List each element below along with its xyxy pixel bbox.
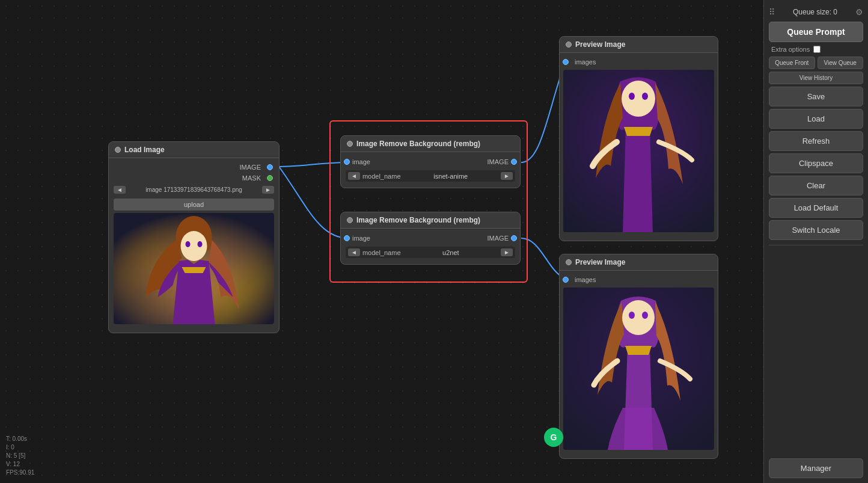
settings-icon[interactable]: ⚙ bbox=[855, 7, 863, 17]
preview-1-dot bbox=[566, 42, 572, 48]
rembg-1-image-output[interactable] bbox=[511, 159, 517, 165]
filename-text: image 17133971839643768473.png bbox=[128, 186, 260, 193]
preview-1-title: Preview Image bbox=[575, 40, 625, 49]
load-button[interactable]: Load bbox=[769, 109, 863, 129]
preview-1-header: Preview Image bbox=[560, 37, 718, 53]
preview-1-images-label: images bbox=[575, 58, 596, 66]
rembg-node-1: Image Remove Background (rembg) image IM… bbox=[340, 135, 521, 188]
status-bar: T: 0.00s I: 0 N: 5 [5] V: 12 FPS:90.91 bbox=[6, 435, 34, 477]
mask-output-label: MASK bbox=[242, 174, 261, 182]
load-default-button[interactable]: Load Default bbox=[769, 198, 863, 218]
svg-point-11 bbox=[629, 312, 635, 319]
canvas-area[interactable]: Load Image IMAGE MASK ◄ image 1713397183… bbox=[0, 0, 763, 483]
load-image-title: Load Image bbox=[124, 146, 165, 154]
rembg-2-model-row: ◄ model_name u2net ► bbox=[346, 247, 515, 258]
svg-point-10 bbox=[622, 300, 655, 335]
load-image-body: IMAGE MASK ◄ image 17133971839643768473.… bbox=[109, 158, 279, 333]
status-N: N: 5 [5] bbox=[6, 452, 34, 460]
grammarly-letter: G bbox=[551, 432, 557, 442]
upload-button[interactable]: upload bbox=[114, 198, 274, 211]
filename-prev-btn[interactable]: ◄ bbox=[114, 186, 126, 194]
save-button[interactable]: Save bbox=[769, 87, 863, 106]
panel-top-row: ⠿ Queue size: 0 ⚙ bbox=[769, 5, 863, 19]
extra-options-label: Extra options bbox=[771, 46, 810, 53]
rembg-2-model-prev[interactable]: ◄ bbox=[348, 248, 360, 256]
mask-output-port: MASK bbox=[109, 173, 279, 183]
status-I: I: 0 bbox=[6, 443, 34, 452]
rembg-2-header: Image Remove Background (rembg) bbox=[341, 212, 520, 229]
rembg-1-image-output-label: IMAGE bbox=[487, 158, 509, 165]
load-image-header: Load Image bbox=[109, 142, 279, 158]
filename-next-btn[interactable]: ► bbox=[262, 186, 274, 194]
rembg-1-image-input[interactable] bbox=[344, 159, 350, 165]
view-queue-button[interactable]: View Queue bbox=[818, 57, 864, 69]
grammarly-icon[interactable]: G bbox=[544, 428, 563, 447]
preview-1-thumbnail bbox=[563, 70, 714, 232]
preview-1-images-input[interactable] bbox=[563, 59, 569, 65]
image-output-label: IMAGE bbox=[240, 164, 261, 171]
queue-size-label: Queue size: 0 bbox=[775, 8, 855, 16]
rembg-1-model-next[interactable]: ► bbox=[501, 172, 513, 180]
queue-front-button[interactable]: Queue Front bbox=[769, 57, 815, 69]
view-history-button[interactable]: View History bbox=[769, 72, 863, 84]
rembg-2-image-output-label: IMAGE bbox=[487, 235, 509, 242]
clipspace-button[interactable]: Clipspace bbox=[769, 153, 863, 173]
preview-2-dot bbox=[566, 259, 572, 265]
refresh-button[interactable]: Refresh bbox=[769, 131, 863, 151]
svg-point-8 bbox=[642, 93, 648, 100]
svg-point-7 bbox=[629, 93, 635, 100]
svg-point-12 bbox=[642, 312, 648, 319]
rembg-1-body: image IMAGE ◄ model_name isnet-anime ► bbox=[341, 152, 520, 188]
panel-spacer bbox=[769, 250, 863, 456]
filename-row: ◄ image 17133971839643768473.png ► bbox=[109, 183, 279, 196]
rembg-2-title: Image Remove Background (rembg) bbox=[356, 216, 480, 224]
rembg-1-title: Image Remove Background (rembg) bbox=[356, 140, 480, 148]
rembg-2-dot bbox=[347, 217, 353, 223]
mask-output-handle[interactable] bbox=[267, 175, 273, 181]
right-panel: ⠿ Queue size: 0 ⚙ Queue Prompt Extra opt… bbox=[763, 0, 868, 483]
queue-prompt-button[interactable]: Queue Prompt bbox=[769, 22, 863, 42]
queue-view-row: Queue Front View Queue bbox=[769, 57, 863, 69]
rembg-2-image-input[interactable] bbox=[344, 235, 350, 241]
rembg-2-model-name-label: model_name bbox=[362, 249, 401, 256]
preview-2-thumbnail bbox=[563, 288, 714, 450]
image-output-port: IMAGE bbox=[109, 162, 279, 173]
preview-1-port-row: images bbox=[560, 57, 718, 67]
rembg-2-image-output[interactable] bbox=[511, 235, 517, 241]
svg-point-3 bbox=[186, 241, 191, 247]
rembg-1-dot bbox=[347, 141, 353, 147]
preview-2-images-input[interactable] bbox=[563, 277, 569, 283]
preview-2-title: Preview Image bbox=[575, 258, 625, 266]
rembg-1-port-row: image IMAGE bbox=[341, 156, 520, 168]
preview-node-1: Preview Image images bbox=[559, 36, 718, 241]
image-label: image bbox=[145, 186, 162, 193]
svg-point-6 bbox=[622, 81, 655, 117]
rembg-1-model-prev[interactable]: ◄ bbox=[348, 172, 360, 180]
load-image-char-art bbox=[114, 213, 274, 324]
panel-divider bbox=[769, 245, 863, 245]
preview-2-body: images bbox=[560, 271, 718, 458]
preview-2-images-label: images bbox=[575, 276, 596, 283]
status-V: V: 12 bbox=[6, 460, 34, 469]
preview-2-port-row: images bbox=[560, 274, 718, 285]
extra-options-checkbox[interactable] bbox=[813, 46, 821, 53]
manager-button[interactable]: Manager bbox=[769, 458, 863, 478]
load-image-node: Load Image IMAGE MASK ◄ image 1713397183… bbox=[108, 141, 280, 333]
preview-1-body: images bbox=[560, 53, 718, 241]
drag-handle-icon: ⠿ bbox=[769, 7, 775, 17]
svg-point-4 bbox=[198, 241, 203, 247]
clear-button[interactable]: Clear bbox=[769, 176, 863, 195]
load-image-thumbnail bbox=[114, 213, 274, 324]
preview-node-2: Preview Image images bbox=[559, 254, 718, 459]
status-T: T: 0.00s bbox=[6, 435, 34, 443]
rembg-1-model-row: ◄ model_name isnet-anime ► bbox=[346, 170, 515, 182]
preview-2-header: Preview Image bbox=[560, 254, 718, 271]
load-image-dot bbox=[115, 147, 121, 153]
switch-locale-button[interactable]: Switch Locale bbox=[769, 220, 863, 240]
extra-options-row: Extra options bbox=[769, 45, 863, 54]
rembg-2-model-next[interactable]: ► bbox=[501, 248, 513, 256]
svg-point-2 bbox=[181, 231, 207, 261]
rembg-2-port-row: image IMAGE bbox=[341, 232, 520, 244]
rembg-2-body: image IMAGE ◄ model_name u2net ► bbox=[341, 229, 520, 264]
image-output-handle[interactable] bbox=[267, 164, 273, 170]
